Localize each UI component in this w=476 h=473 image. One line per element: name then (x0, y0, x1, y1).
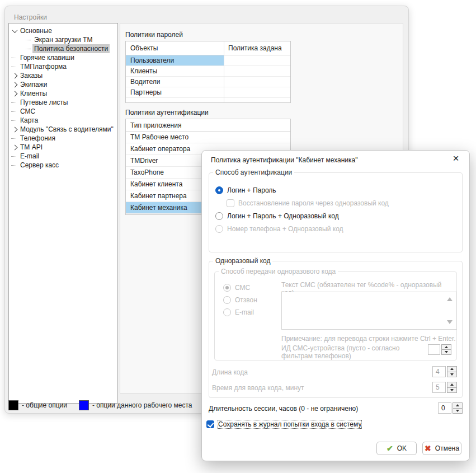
tree-connector (11, 165, 16, 166)
dialog-title: Политика аутентификации "Кабинет механик… (211, 156, 357, 164)
table-row[interactable]: ТМ Рабочее место (126, 132, 290, 143)
radio-selected-disabled-icon (223, 284, 231, 292)
blue-color-swatch (79, 400, 89, 410)
code-length-value[interactable]: 4 (432, 366, 446, 377)
tree-connector (11, 156, 16, 157)
tree-item-osnovnye[interactable]: Основные (9, 26, 117, 35)
spinner-down-icon[interactable] (447, 388, 456, 393)
table-header: Тип приложения (126, 119, 290, 132)
session-length-spinner: 0 (438, 402, 463, 414)
check-icon: ✔ (387, 444, 393, 453)
tree-item-tmplatforma[interactable]: ТМПлатформа (9, 62, 117, 71)
tree-item-politika-bezopasnosti[interactable]: Политика безопасности (9, 44, 117, 53)
scroll-up-icon[interactable] (447, 297, 453, 301)
tree-connector (26, 49, 31, 49)
auth-policies-title: Политики аутентификации (125, 109, 209, 116)
sms-device-id-spinner (428, 344, 451, 355)
radio-login-password-otp[interactable]: Логин + Пароль + Одноразовый код (215, 212, 339, 220)
spinner-down-icon[interactable] (447, 372, 456, 377)
column-header-policy-set: Политика задана (224, 44, 282, 52)
sms-text-input[interactable] (281, 292, 457, 330)
sms-device-id-value[interactable] (428, 344, 440, 355)
radio-selected-icon (215, 186, 223, 194)
tree-item-goryachie-klavishi[interactable]: Горячие клавиши (9, 53, 117, 62)
tree-connector (11, 58, 16, 58)
radio-disabled-icon (223, 296, 231, 304)
close-icon[interactable]: × (450, 153, 461, 164)
tree-connector (11, 111, 16, 112)
tree-item-ekipazhi[interactable]: Экипажи (9, 80, 117, 89)
tree-item-telefoniya[interactable]: Телефония (9, 134, 117, 143)
password-policies-table: Объекты Политика задана Пользователи Кли… (125, 41, 291, 103)
sms-device-id-label: ИД СМС-устройства (пусто - согласно филь… (281, 344, 425, 360)
tree-item-zakazy[interactable]: Заказы (9, 71, 117, 80)
tree-connector (26, 40, 31, 40)
checkbox-unchecked-icon (227, 199, 234, 207)
radio-callback: Отзвон (223, 296, 257, 304)
table-header: Объекты Политика задана (126, 41, 290, 55)
tree-item-email[interactable]: E-mail (9, 152, 117, 161)
tree-item-putevye-listy[interactable]: Путевые листы (9, 98, 117, 107)
table-row[interactable]: Водители (126, 77, 290, 87)
chevron-right-icon (12, 82, 17, 87)
table-row[interactable]: Клиенты (126, 66, 290, 77)
radio-disabled-icon (223, 308, 231, 316)
auth-method-group-title: Способ аутентификации (213, 168, 294, 176)
window-title: Настройки (14, 13, 47, 21)
checkbox-checked-icon (206, 420, 214, 428)
spinner-up-icon[interactable] (453, 403, 462, 409)
chevron-down-icon (12, 27, 17, 33)
code-time-value[interactable]: 5 (432, 382, 446, 393)
chevron-right-icon (12, 73, 17, 78)
ctrl-enter-note: Примечание: для перевода строки нажмите … (281, 335, 456, 343)
tree-connector (11, 102, 16, 103)
code-time-label: Время для ввода кода, минут (212, 384, 304, 392)
tree-item-tm-api[interactable]: ТМ API (9, 143, 117, 152)
radio-unselected-icon (215, 212, 223, 220)
auth-policy-dialog: Политика аутентификации "Кабинет механик… (201, 150, 470, 461)
radio-email: E-mail (223, 308, 254, 316)
spinner-down-icon[interactable] (442, 350, 451, 354)
spinner-up-icon[interactable] (447, 367, 456, 372)
table-row[interactable]: Партнеры (126, 87, 290, 98)
tree-connector (11, 120, 16, 121)
ok-button[interactable]: ✔ OK (376, 442, 417, 455)
tree-item-klienty[interactable]: Клиенты (9, 89, 117, 98)
tree-item-sms[interactable]: СМС (9, 107, 117, 116)
checkbox-password-recovery: Восстановление пароля через одноразовый … (227, 199, 389, 207)
otp-group-title: Одноразовый код (213, 257, 272, 265)
chevron-right-icon (12, 127, 17, 132)
column-divider (224, 41, 224, 102)
chevron-right-icon (12, 91, 17, 96)
radio-sms: СМС (223, 283, 250, 292)
spinner-up-icon[interactable] (442, 345, 451, 350)
tree-item-server-kass[interactable]: Сервер касс (9, 161, 117, 170)
tree-item-modul-svyaz[interactable]: Модуль "Связь с водителями" (9, 125, 117, 134)
tree-item-ekran-zagruzki[interactable]: Экран загрузки ТМ (9, 35, 117, 44)
scroll-down-icon[interactable] (447, 320, 453, 324)
otp-delivery-group-title: Способ передачи одноразового кода (219, 268, 338, 275)
checkbox-log-login-attempts[interactable]: Сохранять в журнал попытки входа в систе… (206, 420, 361, 428)
radio-login-password[interactable]: Логин + Пароль (215, 186, 276, 194)
table-row[interactable]: Пользователи (126, 55, 290, 66)
code-time-spinner: 5 (432, 382, 457, 393)
legend-common-options: - общие опции (8, 401, 67, 410)
tree-connector (11, 67, 16, 67)
settings-nav-tree: Основные Экран загрузки ТМ Политика безо… (8, 23, 118, 404)
column-header-objects: Объекты (126, 44, 224, 52)
tree-connector (11, 138, 16, 139)
cross-icon: ✖ (425, 444, 431, 453)
code-length-label: Длина кода (212, 368, 248, 376)
tree-item-karta[interactable]: Карта (9, 116, 117, 125)
code-length-spinner: 4 (432, 366, 457, 377)
column-header-app-type: Тип приложения (126, 121, 224, 129)
spinner-down-icon[interactable] (453, 409, 462, 414)
spinner-up-icon[interactable] (447, 382, 456, 388)
cancel-button[interactable]: ✖ Отмена (422, 442, 461, 455)
session-length-value[interactable]: 0 (438, 402, 451, 414)
radio-disabled-icon (215, 225, 223, 233)
password-policies-title: Политики паролей (125, 31, 183, 39)
chevron-right-icon (12, 144, 17, 150)
radio-phone-otp: Номер телефона + Одноразовый код (215, 224, 343, 233)
legend-workstation-options: - опции данного рабочего места (79, 401, 192, 410)
